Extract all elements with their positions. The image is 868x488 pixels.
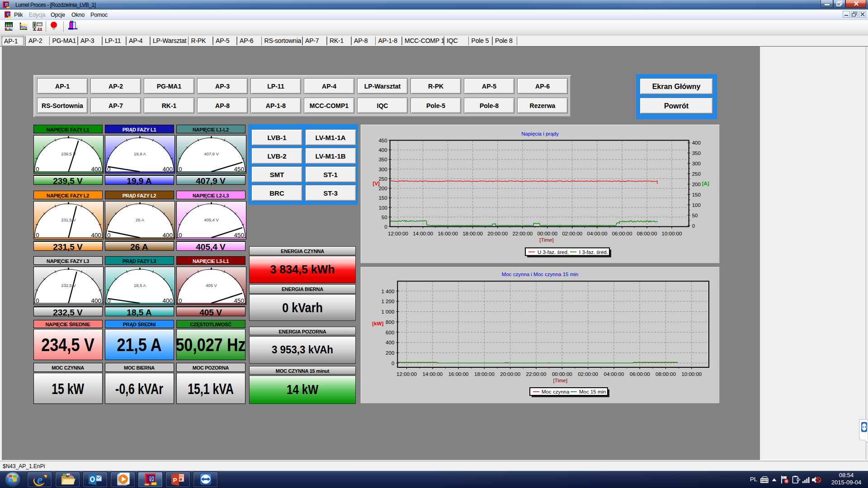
svg-text:18:00:00: 18:00:00	[474, 371, 495, 377]
svg-text:06:00:00: 06:00:00	[612, 230, 632, 236]
svg-text:400: 400	[386, 340, 394, 345]
svg-text:0: 0	[179, 166, 182, 173]
svg-text:[kW]: [kW]	[372, 321, 383, 326]
svg-text:16:00:00: 16:00:00	[448, 371, 469, 377]
svg-text:300: 300	[378, 166, 387, 172]
svg-text:12:00:00: 12:00:00	[396, 371, 417, 377]
svg-text:9: 9	[150, 476, 153, 482]
svg-text:400: 400	[91, 232, 101, 239]
svg-text:08:00:00: 08:00:00	[656, 371, 676, 377]
svg-text:405 V: 405 V	[206, 283, 217, 288]
svg-text:Moc 15 min: Moc 15 min	[579, 389, 606, 394]
svg-text:405,4 V: 405,4 V	[204, 217, 219, 222]
svg-text:400: 400	[692, 140, 701, 145]
svg-text:02:00:00: 02:00:00	[562, 230, 582, 236]
svg-text:18,5 A: 18,5 A	[134, 283, 146, 288]
svg-text:0: 0	[392, 361, 394, 366]
svg-text:350: 350	[692, 150, 701, 156]
svg-text:[Time]: [Time]	[539, 237, 554, 242]
svg-text:U 3-faz. śred.: U 3-faz. śred.	[538, 249, 569, 254]
svg-text:00:00:00: 00:00:00	[537, 230, 557, 236]
svg-text:231,5 V: 231,5 V	[61, 217, 76, 222]
svg-text:400: 400	[162, 232, 173, 239]
svg-text:[A]: [A]	[702, 181, 709, 186]
svg-text:18:00:00: 18:00:00	[462, 230, 483, 236]
svg-text:[V]: [V]	[373, 181, 380, 186]
svg-text:200: 200	[386, 350, 394, 356]
svg-text:150: 150	[692, 192, 701, 197]
svg-text:08:00:00: 08:00:00	[637, 230, 657, 236]
svg-text:14:00:00: 14:00:00	[422, 371, 443, 377]
svg-text:400: 400	[91, 166, 101, 173]
svg-text:20:00:00: 20:00:00	[487, 230, 508, 236]
svg-text:14:00:00: 14:00:00	[413, 230, 433, 236]
svg-text:150: 150	[378, 195, 387, 201]
svg-text:16:00:00: 16:00:00	[438, 230, 458, 236]
svg-text:1 200: 1 200	[382, 299, 395, 304]
svg-text:9: 9	[5, 3, 7, 7]
svg-text:I 3-faz. śred.: I 3-faz. śred.	[579, 249, 608, 254]
svg-text:26 A: 26 A	[135, 217, 144, 222]
svg-text:04:00:00: 04:00:00	[587, 230, 608, 236]
svg-text:100: 100	[378, 205, 387, 210]
svg-text:04:00:00: 04:00:00	[604, 371, 624, 377]
svg-text:200: 200	[378, 186, 387, 191]
svg-text:10:00:00: 10:00:00	[681, 371, 702, 377]
svg-text:0: 0	[107, 232, 111, 239]
svg-text:P: P	[173, 477, 177, 483]
svg-text:0: 0	[179, 297, 182, 304]
svg-text:00:00:00: 00:00:00	[552, 371, 572, 377]
svg-text:0: 0	[692, 223, 695, 228]
svg-text:1 000: 1 000	[382, 309, 395, 314]
svg-text:400: 400	[91, 297, 101, 304]
svg-text:19,9 A: 19,9 A	[134, 151, 146, 156]
svg-text:800: 800	[386, 319, 394, 325]
svg-text:0: 0	[107, 297, 111, 304]
svg-text:0: 0	[36, 166, 39, 173]
svg-text:450: 450	[234, 297, 244, 304]
svg-text:0: 0	[107, 166, 111, 173]
svg-text:450: 450	[378, 138, 387, 143]
svg-text:50: 50	[692, 212, 698, 218]
svg-text:50: 50	[382, 214, 387, 220]
svg-text:02:00:00: 02:00:00	[578, 371, 598, 377]
svg-text:12:00:00: 12:00:00	[388, 230, 408, 236]
svg-text:0: 0	[36, 232, 39, 239]
svg-text:450: 450	[234, 232, 244, 239]
svg-text:[Time]: [Time]	[553, 378, 568, 383]
svg-text:0: 0	[36, 297, 39, 304]
svg-text:100: 100	[692, 202, 701, 207]
svg-text:20:00:00: 20:00:00	[500, 371, 520, 377]
svg-text:350: 350	[378, 157, 387, 162]
svg-text:0: 0	[384, 224, 387, 230]
svg-text:Napięcia i prądy: Napięcia i prądy	[521, 131, 559, 136]
svg-text:600: 600	[386, 330, 394, 335]
svg-text:06:00:00: 06:00:00	[630, 371, 650, 377]
svg-text:232,5 V: 232,5 V	[61, 283, 76, 288]
svg-text:250: 250	[378, 176, 387, 181]
svg-text:22:00:00: 22:00:00	[512, 230, 533, 236]
svg-text:400: 400	[378, 147, 387, 153]
svg-text:Moc czynna: Moc czynna	[542, 389, 570, 394]
svg-text:0: 0	[179, 232, 182, 239]
svg-text:200: 200	[692, 182, 701, 187]
svg-text:Moc czynna i Moc czynna 15 min: Moc czynna i Moc czynna 15 min	[502, 272, 578, 277]
svg-text:400: 400	[162, 166, 173, 173]
svg-text:400: 400	[162, 297, 173, 304]
svg-text:9: 9	[7, 13, 9, 16]
svg-text:250: 250	[692, 171, 701, 177]
svg-text:450: 450	[234, 166, 244, 173]
svg-text:407,9 V: 407,9 V	[204, 151, 219, 156]
svg-text:10:00:00: 10:00:00	[662, 230, 682, 236]
svg-text:300: 300	[692, 161, 701, 166]
svg-text:22:00:00: 22:00:00	[526, 371, 547, 377]
svg-text:239,5 V: 239,5 V	[61, 151, 76, 156]
svg-text:1 400: 1 400	[382, 289, 395, 294]
